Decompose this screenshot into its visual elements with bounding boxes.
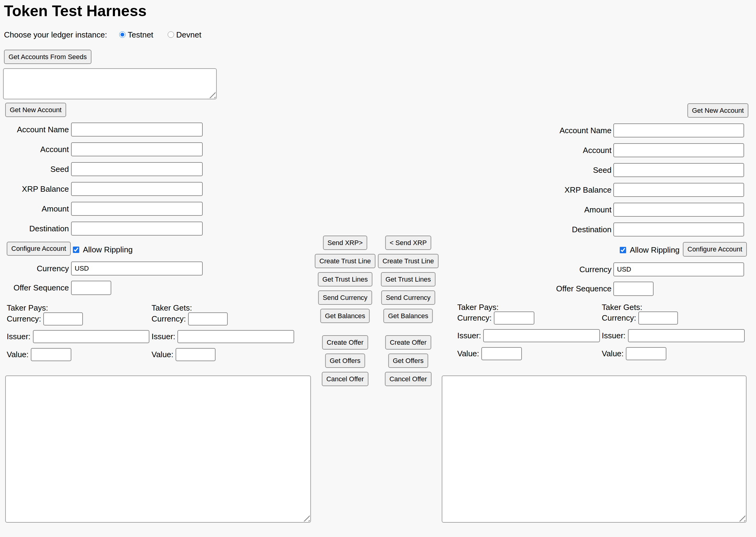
account1-taker-pays-value-field[interactable] xyxy=(31,348,71,361)
account1-account-field[interactable] xyxy=(71,142,203,156)
account2-amount-label: Amount xyxy=(518,203,611,217)
get-balances-button-1[interactable]: Get Balances xyxy=(320,309,370,323)
account2-allow-rippling-checkbox[interactable] xyxy=(620,247,626,253)
create-offer-button-2[interactable]: Create Offer xyxy=(385,335,431,350)
account1-taker-gets-heading: Taker Gets: xyxy=(151,303,192,313)
account1-allow-rippling-label: Allow Rippling xyxy=(83,245,133,254)
account2-taker-gets-issuer-label: Issuer: xyxy=(602,329,625,342)
account2-offer-sequence-field[interactable] xyxy=(613,282,653,296)
account2-taker-gets-value-label: Value: xyxy=(602,347,624,360)
account1-taker-gets-issuer-label: Issuer: xyxy=(151,330,175,343)
account1-taker-pays-currency-field[interactable] xyxy=(43,312,83,325)
account1-taker-gets-currency-field[interactable] xyxy=(188,312,228,325)
account2-taker-gets-heading: Taker Gets: xyxy=(602,303,642,312)
account2-destination-label: Destination xyxy=(518,223,611,236)
account2-seed-label: Seed xyxy=(518,163,611,177)
action-column-1: Send XRP> Create Trust Line Get Trust Li… xyxy=(315,235,376,386)
account1-name-field[interactable] xyxy=(71,123,203,137)
account1-offer-sequence-label: Offer Sequence xyxy=(0,281,69,295)
account2-name-label: Account Name xyxy=(518,123,611,138)
account2-taker-pays-currency-label: Currency: xyxy=(457,311,492,325)
account1-seed-label: Seed xyxy=(0,162,69,176)
account2-seed-field[interactable] xyxy=(613,163,744,177)
account1-taker-pays-heading: Taker Pays: xyxy=(7,303,48,313)
account1-currency-field[interactable] xyxy=(71,262,203,275)
create-offer-button-1[interactable]: Create Offer xyxy=(322,335,368,350)
account2-account-field[interactable] xyxy=(613,143,744,157)
account1-destination-label: Destination xyxy=(0,222,69,235)
account2-taker-pays-heading: Taker Pays: xyxy=(457,303,499,312)
account1-currency-label: Currency xyxy=(0,262,69,275)
account2-currency-label: Currency xyxy=(518,263,611,276)
account2-taker-pays-currency-field[interactable] xyxy=(494,311,534,325)
account1-taker-gets-currency-label: Currency: xyxy=(151,312,186,325)
account1-account-label: Account xyxy=(0,142,69,156)
account1-taker-pays-currency-label: Currency: xyxy=(7,312,41,325)
account2-amount-field[interactable] xyxy=(613,203,744,217)
send-xrp-right-button[interactable]: Send XRP> xyxy=(323,235,367,250)
create-trust-line-button-1[interactable]: Create Trust Line xyxy=(315,254,376,268)
account2-xrp-balance-field[interactable] xyxy=(613,183,744,197)
account2-account-label: Account xyxy=(518,143,611,157)
account1-name-label: Account Name xyxy=(0,123,69,137)
account1-taker-gets-issuer-field[interactable] xyxy=(177,330,294,343)
get-offers-button-1[interactable]: Get Offers xyxy=(325,353,365,368)
action-column-2: < Send XRP Create Trust Line Get Trust L… xyxy=(378,235,439,386)
account1-seed-field[interactable] xyxy=(71,162,203,176)
account1-taker-pays-issuer-field[interactable] xyxy=(33,330,149,343)
account1-get-new-account-button[interactable]: Get New Account xyxy=(5,103,66,117)
account2-get-new-account-button[interactable]: Get New Account xyxy=(688,103,748,118)
account1-amount-field[interactable] xyxy=(71,202,203,216)
cancel-offer-button-1[interactable]: Cancel Offer xyxy=(321,372,368,386)
account2-taker-gets-issuer-field[interactable] xyxy=(628,329,745,342)
ledger-instance-label: Choose your ledger instance: xyxy=(4,30,107,39)
get-balances-button-2[interactable]: Get Balances xyxy=(384,309,433,323)
send-currency-button-1[interactable]: Send Currency xyxy=(318,290,372,305)
account2-taker-gets-currency-field[interactable] xyxy=(638,311,678,325)
get-trust-lines-button-1[interactable]: Get Trust Lines xyxy=(317,272,372,286)
account2-taker-pays-value-field[interactable] xyxy=(481,347,522,360)
account1-allow-rippling-checkbox[interactable] xyxy=(73,247,79,253)
account2-taker-pays-issuer-label: Issuer: xyxy=(457,329,481,342)
account1-taker-pays-value-label: Value: xyxy=(7,348,29,361)
account1-xrp-balance-label: XRP Balance xyxy=(0,182,69,196)
cancel-offer-button-2[interactable]: Cancel Offer xyxy=(385,372,431,386)
account2-destination-field[interactable] xyxy=(613,223,744,236)
seeds-textarea[interactable] xyxy=(3,68,217,99)
get-offers-button-2[interactable]: Get Offers xyxy=(388,353,428,368)
get-accounts-from-seeds-button[interactable]: Get Accounts From Seeds xyxy=(4,50,92,64)
account1-taker-gets-value-label: Value: xyxy=(151,348,173,361)
account1-xrp-balance-field[interactable] xyxy=(71,182,203,196)
account2-taker-gets-value-field[interactable] xyxy=(626,347,666,360)
send-currency-button-2[interactable]: Send Currency xyxy=(381,290,435,305)
account1-results-textarea[interactable] xyxy=(5,376,311,523)
account2-configure-account-button[interactable]: Configure Account xyxy=(683,242,747,257)
page-title: Token Test Harness xyxy=(4,2,147,20)
token-test-harness-page: Token Test Harness Choose your ledger in… xyxy=(0,0,756,537)
account2-xrp-balance-label: XRP Balance xyxy=(518,183,611,197)
account2-name-field[interactable] xyxy=(613,123,744,138)
create-trust-line-button-2[interactable]: Create Trust Line xyxy=(378,254,439,268)
account2-allow-rippling-label: Allow Rippling xyxy=(630,245,680,255)
account2-taker-gets-currency-label: Currency: xyxy=(602,311,636,325)
account1-offer-sequence-field[interactable] xyxy=(71,281,111,295)
account2-offer-sequence-label: Offer Sequence xyxy=(518,282,611,296)
account2-taker-pays-value-label: Value: xyxy=(457,347,479,360)
testnet-radio[interactable] xyxy=(119,31,126,38)
account2-results-textarea[interactable] xyxy=(442,376,746,523)
send-xrp-left-button[interactable]: < Send XRP xyxy=(385,235,431,250)
account2-taker-pays-issuer-field[interactable] xyxy=(483,329,600,342)
devnet-radio[interactable] xyxy=(168,31,174,38)
devnet-label: Devnet xyxy=(176,30,201,39)
account1-amount-label: Amount xyxy=(0,202,69,216)
testnet-label: Testnet xyxy=(128,30,153,39)
account2-currency-field[interactable] xyxy=(613,263,744,276)
account1-destination-field[interactable] xyxy=(71,222,203,235)
account1-taker-pays-issuer-label: Issuer: xyxy=(7,330,30,343)
get-trust-lines-button-2[interactable]: Get Trust Lines xyxy=(381,272,435,286)
account1-taker-gets-value-field[interactable] xyxy=(176,348,216,361)
account1-configure-account-button[interactable]: Configure Account xyxy=(7,242,71,256)
